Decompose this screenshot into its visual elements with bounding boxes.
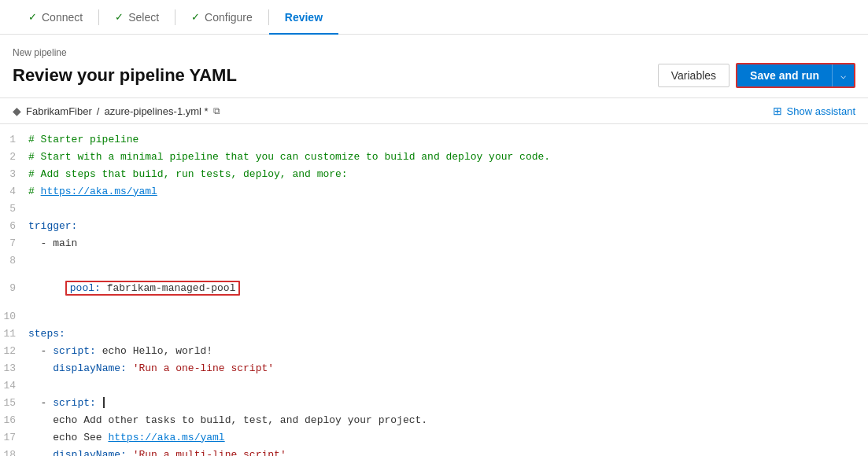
breadcrumb: New pipeline (13, 47, 855, 58)
line-content-13: displayName: 'Run a one-line script' (28, 362, 868, 374)
line-num-2: 2 (0, 151, 28, 163)
line-content-18: displayName: 'Run a multi-line script' (28, 449, 868, 457)
code-line-4: 4 # https://aka.ms/yaml (0, 182, 868, 200)
file-repo: FabrikamFiber (26, 105, 92, 117)
code-line-15: 15 - script: (0, 394, 868, 411)
variables-button[interactable]: Variables (658, 64, 729, 87)
code-line-14: 14 (0, 377, 868, 394)
yaml-link-1[interactable]: https://aka.ms/yaml (41, 186, 157, 197)
line-num-17: 17 (0, 432, 28, 443)
code-line-16: 16 echo Add other tasks to build, test, … (0, 411, 868, 428)
code-line-18: 18 displayName: 'Run a multi-line script… (0, 446, 868, 456)
check-icon-select: ✓ (115, 11, 124, 23)
header-row: Review your pipeline YAML Variables Save… (13, 63, 855, 88)
line-content-15: - script: (28, 397, 868, 409)
file-path: ◆ FabrikamFiber / azure-pipelines-1.yml … (13, 105, 220, 117)
tabs-bar: ✓ Connect ✓ Select ✓ Configure Review (0, 0, 868, 35)
code-line-5: 5 (0, 200, 868, 217)
line-num-4: 4 (0, 186, 28, 197)
tab-review-label: Review (285, 11, 323, 24)
show-assistant-label: Show assistant (787, 105, 855, 117)
line-content-9: pool: fabrikam-managed-pool (28, 269, 868, 307)
line-num-18: 18 (0, 449, 28, 457)
save-and-run-group: Save and run ⌵ (736, 63, 855, 88)
code-line-7: 7 - main (0, 234, 868, 252)
line-content-6: trigger: (28, 220, 868, 232)
tab-select-label: Select (128, 11, 159, 24)
code-line-11: 11 steps: (0, 325, 868, 342)
header-actions: Variables Save and run ⌵ (658, 63, 855, 88)
line-num-7: 7 (0, 237, 28, 249)
line-num-3: 3 (0, 168, 28, 180)
line-num-1: 1 (0, 134, 28, 145)
line-num-16: 16 (0, 414, 28, 426)
page-title: Review your pipeline YAML (13, 65, 237, 86)
line-content-17: echo See https://aka.ms/yaml (28, 432, 868, 443)
code-line-2: 2 # Start with a minimal pipeline that y… (0, 148, 868, 165)
line-num-14: 14 (0, 380, 28, 392)
line-num-9: 9 (0, 282, 28, 294)
yaml-link-2[interactable]: https://aka.ms/yaml (108, 432, 224, 443)
line-num-6: 6 (0, 220, 28, 232)
line-num-12: 12 (0, 345, 28, 357)
line-content-7: - main (28, 237, 868, 249)
line-num-15: 15 (0, 397, 28, 409)
tab-configure[interactable]: ✓ Configure (175, 0, 268, 35)
line-num-11: 11 (0, 328, 28, 340)
tab-review[interactable]: Review (269, 0, 338, 35)
tab-connect-label: Connect (42, 11, 83, 24)
code-line-10: 10 (0, 307, 868, 325)
line-content-12: - script: echo Hello, world! (28, 345, 868, 357)
tab-configure-label: Configure (205, 11, 253, 24)
line-num-5: 5 (0, 203, 28, 215)
line-content-2: # Start with a minimal pipeline that you… (28, 151, 868, 163)
line-num-8: 8 (0, 255, 28, 267)
line-content-1: # Starter pipeline (28, 134, 868, 145)
line-content-3: # Add steps that build, run tests, deplo… (28, 168, 868, 180)
line-content-16: echo Add other tasks to build, test, and… (28, 414, 868, 426)
editor-toolbar: ◆ FabrikamFiber / azure-pipelines-1.yml … (0, 98, 868, 124)
diamond-icon: ◆ (13, 105, 21, 117)
check-icon-configure: ✓ (191, 11, 200, 23)
code-line-3: 3 # Add steps that build, run tests, dep… (0, 165, 868, 182)
code-line-1: 1 # Starter pipeline (0, 131, 868, 148)
text-cursor (103, 397, 105, 408)
page-header: New pipeline Review your pipeline YAML V… (0, 35, 868, 98)
code-line-8: 8 (0, 252, 868, 269)
copy-icon[interactable]: ⧉ (213, 105, 220, 116)
assistant-icon: ⊞ (773, 105, 782, 117)
code-line-9: 9 pool: fabrikam-managed-pool (0, 269, 868, 307)
path-separator: / (97, 105, 100, 117)
line-num-13: 13 (0, 362, 28, 374)
code-editor[interactable]: 1 # Starter pipeline 2 # Start with a mi… (0, 124, 868, 456)
tab-select[interactable]: ✓ Select (99, 0, 175, 35)
pool-box: pool: fabrikam-managed-pool (65, 281, 241, 296)
code-line-17: 17 echo See https://aka.ms/yaml (0, 428, 868, 446)
tab-connect[interactable]: ✓ Connect (13, 0, 98, 35)
code-line-12: 12 - script: echo Hello, world! (0, 342, 868, 359)
line-content-4: # https://aka.ms/yaml (28, 186, 868, 197)
file-name: azure-pipelines-1.yml * (104, 105, 208, 117)
line-num-10: 10 (0, 311, 28, 322)
show-assistant-button[interactable]: ⊞ Show assistant (773, 105, 855, 117)
code-line-13: 13 displayName: 'Run a one-line script' (0, 359, 868, 377)
line-content-11: steps: (28, 328, 868, 340)
code-line-6: 6 trigger: (0, 217, 868, 234)
check-icon-connect: ✓ (28, 11, 37, 23)
save-and-run-button[interactable]: Save and run (737, 64, 832, 86)
save-and-run-chevron-button[interactable]: ⌵ (832, 64, 854, 86)
